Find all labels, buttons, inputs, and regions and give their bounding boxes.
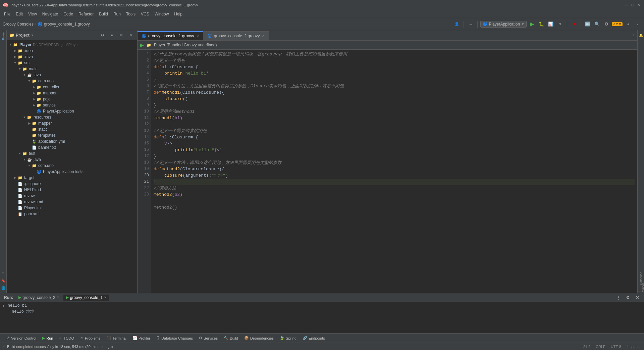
- coverage-button[interactable]: 📊: [547, 20, 555, 28]
- web-sidebar-icon[interactable]: 🌐: [0, 285, 6, 291]
- status-tab-problems[interactable]: ⚠ Problems: [77, 335, 103, 341]
- maven-icon[interactable]: m Maven: [638, 285, 644, 291]
- run-tab-close-2[interactable]: ✕: [57, 296, 59, 299]
- search-button[interactable]: 🔍: [593, 20, 601, 28]
- menu-code[interactable]: Code: [61, 11, 76, 17]
- encoding[interactable]: UTF-8: [611, 345, 621, 349]
- cursor-position[interactable]: 21:2: [583, 345, 590, 349]
- editor-tab-2[interactable]: 🌀 groovy_console_2.groovy ✕: [203, 31, 269, 40]
- tree-service[interactable]: ▶ 📁 service: [7, 102, 137, 108]
- stop-button[interactable]: ■: [570, 20, 578, 28]
- tree-mapper[interactable]: ▶ 📁 mapper: [7, 90, 137, 96]
- status-tab-endpoints[interactable]: 🔗 Endpoints: [300, 335, 328, 341]
- status-tab-profiler[interactable]: 📈 Profiler: [130, 335, 153, 341]
- tree-mvnwcmd[interactable]: ▶ 📄 mvnw.cmd: [7, 199, 137, 205]
- project-settings-button[interactable]: ⚙: [117, 31, 125, 39]
- tree-comuno2[interactable]: ▼ 📁 com.uno: [7, 163, 137, 169]
- run-tab-console1[interactable]: ▶ groovy_console_1 ✕: [63, 295, 109, 301]
- tree-java[interactable]: ▼ ☕ java: [7, 72, 137, 78]
- status-tab-db-changes[interactable]: 🗄 Database Changes: [154, 336, 196, 341]
- menu-window[interactable]: Window: [152, 11, 172, 17]
- run-settings-button[interactable]: ⚙: [624, 294, 632, 302]
- tree-java2[interactable]: ▼ ☕ java: [7, 157, 137, 163]
- menu-help[interactable]: Help: [171, 11, 185, 17]
- status-tab-version-control[interactable]: ⎇ Version Control: [3, 335, 39, 341]
- back-button[interactable]: ←: [467, 20, 475, 28]
- editor-tab-1[interactable]: 🌀 groovy_console_1.groovy ✕: [138, 31, 203, 40]
- status-tab-spring[interactable]: 🍃 Spring: [277, 335, 299, 341]
- menu-tools[interactable]: Tools: [123, 11, 138, 17]
- warning-badge[interactable]: ⚠ 2 ▼: [612, 22, 623, 26]
- menu-vcs[interactable]: VCS: [138, 11, 152, 17]
- status-tab-todo[interactable]: ✓ TODO: [56, 335, 77, 341]
- tree-main[interactable]: ▼ 📁 main: [7, 66, 137, 72]
- code-content[interactable]: //什么是groovy的闭包？闭包其实就是一段代码块，在groovy中，我们主要…: [151, 50, 637, 293]
- project-close-button[interactable]: ✕: [126, 31, 135, 39]
- notifications-icon[interactable]: 🔔: [638, 32, 644, 38]
- tree-playerapplication[interactable]: ▶ 🌀 PlayerApplication: [7, 108, 137, 114]
- tree-test[interactable]: ▼ 📁 test: [7, 150, 137, 157]
- menu-view[interactable]: View: [25, 11, 40, 17]
- indentation[interactable]: 4 spaces: [627, 345, 641, 349]
- tree-helpmd[interactable]: ▶ 📄 HELP.md: [7, 187, 137, 193]
- tree-static[interactable]: ▶ 📁 static: [7, 126, 137, 132]
- tree-mvn[interactable]: ▶ 📁 .mvn: [7, 54, 137, 60]
- tree-comuno[interactable]: ▼ 📁 com.uno: [7, 78, 137, 84]
- toolbar-separator3: [567, 21, 567, 28]
- more-run-button[interactable]: ▼: [556, 20, 564, 28]
- bookmarks-sidebar-icon[interactable]: 🔖: [0, 277, 6, 283]
- tree-pomxml[interactable]: ▶ 📋 pom.xml: [7, 211, 137, 217]
- minimize-button[interactable]: ─: [624, 2, 629, 8]
- status-tab-terminal[interactable]: ⬛ Terminal: [104, 335, 129, 341]
- database-icon[interactable]: Database: [638, 275, 644, 281]
- tree-mapper2[interactable]: ▶ 📁 mapper: [7, 120, 137, 126]
- settings-button[interactable]: ⚙: [602, 20, 610, 28]
- status-tab-services[interactable]: ⚙ Services: [196, 335, 220, 341]
- project-locate-button[interactable]: ⊙: [98, 31, 106, 39]
- tree-mvnw[interactable]: ▶ 📄 mvnw: [7, 193, 137, 199]
- translate-button[interactable]: 🔤: [584, 20, 592, 28]
- run-config-dropdown[interactable]: 🌀 PlayerApplication ▼: [480, 21, 527, 28]
- tree-gitignore[interactable]: ▶ 📄 .gitignore: [7, 181, 137, 187]
- status-tab-dependencies[interactable]: 📦 Dependencies: [241, 335, 276, 341]
- status-tab-build[interactable]: 🔨 Build: [221, 335, 240, 341]
- tree-pojo[interactable]: ▶ 📁 pojo: [7, 96, 137, 102]
- status-tab-run[interactable]: ▶ Run: [40, 335, 56, 341]
- run-tab-console2[interactable]: ▶ groovy_console_2 ✕: [16, 295, 62, 301]
- chevron-down-button[interactable]: ∨: [633, 20, 641, 28]
- project-sidebar-icon[interactable]: Project: [0, 32, 6, 38]
- profile-button[interactable]: 👤: [453, 20, 461, 28]
- menu-build[interactable]: Build: [96, 11, 111, 17]
- menu-file[interactable]: File: [1, 11, 13, 17]
- line-ending[interactable]: CRLF: [596, 345, 605, 349]
- maximize-button[interactable]: □: [630, 2, 635, 8]
- project-collapse-button[interactable]: ≡: [108, 31, 116, 39]
- tree-controller[interactable]: ▶ 📁 controller: [7, 84, 137, 90]
- tree-applicationyml[interactable]: ▶ 🍃 application.yml: [7, 138, 137, 144]
- run-close-button[interactable]: ✕: [633, 294, 641, 302]
- output-text-1: hello b1: [8, 303, 27, 308]
- tree-bannertxt[interactable]: ▶ 📄 banner.txt: [7, 144, 137, 150]
- menu-refactor[interactable]: Refactor: [76, 11, 96, 17]
- tree-root[interactable]: ▼ 📁 Player D:\IDEA\IDEAProject\Player: [7, 42, 137, 48]
- run-tab-close-1[interactable]: ✕: [104, 296, 107, 299]
- tree-playerapplicationtests[interactable]: ▶ 🌀 PlayerApplicationTests: [7, 169, 137, 175]
- tree-playeriml[interactable]: ▶ 📄 Player.iml: [7, 205, 137, 211]
- run-button[interactable]: ▶: [528, 20, 536, 28]
- tree-templates[interactable]: ▶ 📁 templates: [7, 132, 137, 138]
- debug-button[interactable]: 🐛: [537, 20, 545, 28]
- structure-sidebar-icon[interactable]: ≡: [0, 270, 6, 276]
- chevron-up-button[interactable]: ∧: [624, 20, 632, 28]
- menu-navigate[interactable]: Navigate: [40, 11, 61, 17]
- run-more-button[interactable]: ⋮: [614, 294, 623, 302]
- menu-edit[interactable]: Edit: [13, 11, 25, 17]
- tree-idea[interactable]: ▶ 📁 .idea: [7, 48, 137, 54]
- menu-run[interactable]: Run: [111, 11, 123, 17]
- tree-resources[interactable]: ▼ 📂 resources: [7, 114, 137, 120]
- tree-src[interactable]: ▼ 📁 src: [7, 60, 137, 66]
- editor-more-button[interactable]: ⋮: [629, 32, 637, 40]
- tab-close-1[interactable]: ✕: [196, 34, 199, 38]
- tab-close-2[interactable]: ✕: [262, 34, 265, 38]
- tree-target[interactable]: ▶ 📁 target: [7, 175, 137, 181]
- close-button[interactable]: ✕: [636, 2, 641, 8]
